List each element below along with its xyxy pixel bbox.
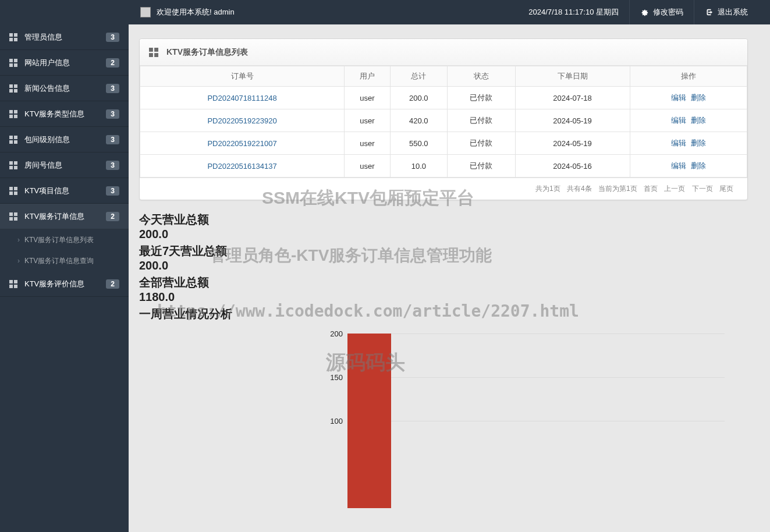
svg-rect-18 [9, 140, 13, 144]
table-cell: 420.0 [390, 109, 447, 132]
chevron-right-icon: › [17, 257, 20, 265]
sidebar-item-users[interactable]: 网站用户信息 2 [0, 50, 129, 76]
grid-icon [9, 212, 17, 221]
sidebar-item-admin[interactable]: 管理员信息 3 [0, 24, 129, 50]
sidebar-badge: 3 [106, 33, 119, 42]
table-cell: 已付款 [447, 132, 515, 155]
sidebar-badge: 3 [106, 161, 119, 170]
table-row: PD20240718111248user200.0已付款2024-07-18编辑… [140, 87, 747, 109]
table-row: PD20220519223920user420.0已付款2024-05-19编辑… [140, 109, 747, 132]
table-row: PD20220519221007user550.0已付款2024-05-19编辑… [140, 132, 747, 155]
sidebar-sub-order-list[interactable]: › KTV服务订单信息列表 [0, 229, 129, 250]
grid-icon [9, 84, 17, 93]
sidebar-sub-order-query[interactable]: › KTV服务订单信息查询 [0, 250, 129, 271]
table-header-cell: 下单日期 [515, 66, 630, 87]
svg-rect-33 [14, 280, 17, 283]
edit-link[interactable]: 编辑 [671, 116, 686, 125]
pager-first[interactable]: 首页 [644, 185, 658, 193]
welcome-text: 欢迎使用本系统! admin [157, 7, 235, 17]
sidebar-item-room-no[interactable]: 房间号信息 3 [0, 152, 129, 178]
svg-rect-2 [9, 38, 13, 41]
sidebar-item-label: KTV服务订单信息 [24, 211, 106, 222]
table-cell: 10.0 [390, 155, 447, 178]
table-cell: 550.0 [390, 132, 447, 155]
table-cell: 已付款 [447, 155, 515, 178]
table-cell: 已付款 [447, 87, 515, 109]
sidebar-item-label: KTV项目信息 [24, 186, 106, 196]
sidebar-badge: 3 [106, 186, 119, 196]
table-cell: 已付款 [447, 109, 515, 132]
table-header-cell: 操作 [630, 66, 747, 87]
svg-rect-6 [9, 63, 13, 67]
delete-link[interactable]: 删除 [691, 139, 706, 147]
sidebar-sub-label: KTV服务订单信息查询 [24, 256, 94, 266]
edit-link[interactable]: 编辑 [671, 161, 686, 170]
stats-analysis-label: 一周营业情况分析 [139, 306, 748, 322]
logout-icon [705, 8, 713, 16]
logout-label: 退出系统 [718, 7, 748, 17]
y-tick: 100 [320, 417, 343, 425]
pager-current: 当前为第1页 [598, 185, 637, 193]
chart-bar [347, 334, 391, 508]
topbar: 欢迎使用本系统! admin 2024/7/18 11:17:10 星期四 修改… [129, 0, 770, 24]
table-cell: 2024-05-19 [515, 132, 630, 155]
table-header-cell: 用户 [345, 66, 391, 87]
svg-rect-0 [9, 33, 13, 37]
table-ops-cell: 编辑删除 [630, 155, 747, 178]
table-cell[interactable]: PD20220516134137 [140, 155, 345, 178]
delete-link[interactable]: 删除 [691, 93, 706, 102]
delete-link[interactable]: 删除 [691, 116, 706, 125]
main-content: KTV服务订单信息列表 订单号用户总计状态下单日期操作 PD2024071811… [129, 24, 758, 532]
datetime-text: 2024/7/18 11:17:10 星期四 [518, 7, 629, 17]
svg-rect-21 [14, 161, 17, 165]
svg-rect-7 [14, 63, 17, 67]
sidebar-item-label: 房间号信息 [24, 160, 106, 171]
svg-rect-5 [14, 59, 17, 62]
sidebar-item-ktv-type[interactable]: KTV服务类型信息 3 [0, 101, 129, 127]
pager-next[interactable]: 下一页 [692, 185, 713, 193]
svg-rect-13 [14, 110, 17, 114]
stats-today-value: 200.0 [139, 228, 748, 241]
edit-link[interactable]: 编辑 [671, 139, 686, 147]
svg-rect-11 [14, 89, 17, 93]
table-cell: 200.0 [390, 87, 447, 109]
pager-prev[interactable]: 上一页 [664, 185, 685, 193]
delete-link[interactable]: 删除 [691, 161, 706, 170]
grid-icon [9, 280, 17, 288]
sidebar-item-room-level[interactable]: 包间级别信息 3 [0, 127, 129, 152]
sidebar-item-news[interactable]: 新闻公告信息 3 [0, 76, 129, 101]
sidebar-badge: 3 [106, 109, 119, 119]
change-password-button[interactable]: 修改密码 [629, 0, 694, 24]
edit-link[interactable]: 编辑 [671, 93, 686, 102]
grid-icon [9, 59, 17, 67]
svg-rect-15 [14, 115, 17, 118]
panel-title: KTV服务订单信息列表 [166, 47, 248, 58]
sidebar-item-ktv-project[interactable]: KTV项目信息 3 [0, 178, 129, 204]
stats-all-value: 1180.0 [139, 290, 748, 304]
sidebar-item-label: 新闻公告信息 [24, 83, 106, 94]
y-tick: 150 [320, 373, 343, 382]
sidebar-item-ktv-review[interactable]: KTV服务评价信息 2 [0, 271, 129, 297]
logout-button[interactable]: 退出系统 [694, 0, 758, 24]
grid-icon [9, 161, 17, 169]
svg-rect-1 [14, 33, 17, 37]
table-cell[interactable]: PD20240718111248 [140, 87, 345, 109]
order-list-panel: KTV服务订单信息列表 订单号用户总计状态下单日期操作 PD2024071811… [139, 38, 748, 200]
sidebar-badge: 3 [106, 135, 119, 144]
order-table: 订单号用户总计状态下单日期操作 PD20240718111248user200.… [140, 66, 747, 178]
svg-rect-9 [14, 84, 17, 88]
sidebar-item-label: 网站用户信息 [24, 58, 106, 68]
table-row: PD20220516134137user10.0已付款2024-05-16编辑删… [140, 155, 747, 178]
table-cell: user [345, 109, 391, 132]
table-cell[interactable]: PD20220519223920 [140, 109, 345, 132]
grid-icon [9, 33, 17, 41]
pager-total-items: 共有4条 [567, 185, 592, 193]
pager-last[interactable]: 尾页 [719, 185, 733, 193]
table-cell[interactable]: PD20220519221007 [140, 132, 345, 155]
chart-container: 100150200 [139, 334, 748, 508]
table-header-cell: 总计 [390, 66, 447, 87]
sidebar-badge: 2 [106, 58, 119, 68]
table-ops-cell: 编辑删除 [630, 109, 747, 132]
sidebar-item-ktv-order[interactable]: KTV服务订单信息 2 [0, 204, 129, 229]
sidebar-badge: 3 [106, 84, 119, 93]
